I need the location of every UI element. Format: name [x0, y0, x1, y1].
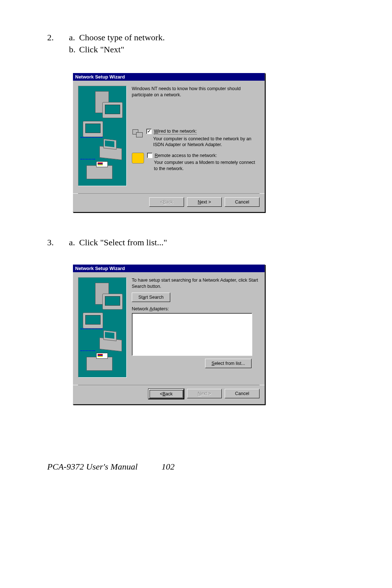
adapters-listbox[interactable] [132, 313, 252, 356]
remote-checkbox[interactable] [147, 153, 152, 158]
network-wizard-dialog-2: Network Setup Wizard To have setup start… [73, 264, 265, 404]
wired-desc: Your computer is connected to the networ… [153, 136, 260, 148]
step-2: 2. a. Choose type of network. [47, 33, 356, 43]
phone-icon [132, 153, 144, 164]
select-from-list-button[interactable]: Select from list... [205, 359, 252, 368]
next-button[interactable]: Next > [187, 197, 222, 207]
back-button[interactable]: < Back [148, 389, 184, 399]
step-letter-a: a. [69, 238, 79, 247]
network-wizard-dialog-1: Network Setup Wizard Windows NT needs to… [73, 73, 265, 212]
step-text: Click "Next" [79, 45, 124, 55]
step-number: 3. [47, 238, 69, 247]
step-number: 2. [47, 33, 69, 43]
wired-label[interactable]: Wired to the network: [154, 129, 197, 134]
remote-label[interactable]: Remote access to the network: [155, 153, 217, 158]
dialog-title: Network Setup Wizard [73, 265, 265, 272]
cancel-button[interactable]: Cancel [225, 389, 260, 398]
dialog-intro: To have setup start searching for a Netw… [132, 277, 260, 290]
wizard-graphic [78, 277, 127, 378]
step-text: Click "Select from list..." [79, 238, 167, 247]
remote-desc: Your computer uses a Modem to remotely c… [154, 160, 260, 172]
start-search-button[interactable]: Start Search [132, 293, 170, 302]
footer-title: PCA-9372 User's Manual [47, 462, 138, 472]
back-button[interactable]: < Back [149, 197, 184, 207]
adapters-label: Network Adapters: [132, 306, 260, 311]
wired-checkbox[interactable] [146, 129, 152, 134]
wizard-graphic [78, 86, 127, 186]
step-letter-b: b. [69, 45, 79, 55]
network-icon [132, 129, 143, 139]
step-letter-a: a. [69, 33, 79, 43]
step-3: 3. a. Click "Select from list..." [47, 238, 356, 247]
step-text: Choose type of network. [79, 33, 165, 43]
footer-page-number: 102 [162, 462, 175, 472]
dialog-title: Network Setup Wizard [73, 73, 265, 81]
next-button[interactable]: Next > [187, 389, 222, 398]
dialog-intro: Windows NT needs to know how this comput… [132, 86, 260, 98]
cancel-button[interactable]: Cancel [225, 197, 260, 207]
